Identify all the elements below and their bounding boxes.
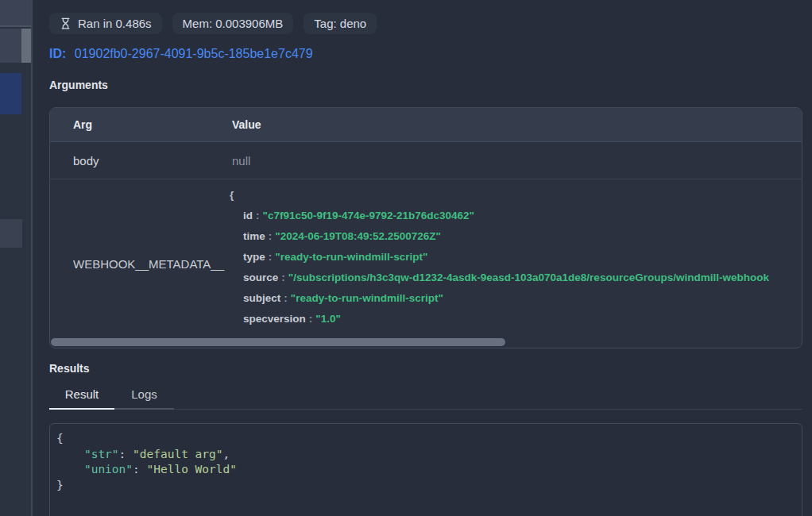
arguments-heading: Arguments — [49, 79, 802, 91]
job-id-label: ID: — [49, 47, 66, 60]
sidebar — [0, 0, 33, 516]
result-line-str — [56, 448, 84, 460]
table-horizontal-scrollbar-thumb[interactable] — [51, 338, 505, 346]
sidebar-item-lower[interactable] — [0, 219, 22, 248]
result-json: { "str": "default arg", "union": "Hello … — [50, 424, 802, 493]
arg-column-header: Arg — [50, 118, 209, 131]
results-tabs: Result Logs — [49, 387, 802, 410]
value-column-header: Value — [209, 118, 802, 131]
json-entry-source: source:"/subscriptions/h3c3qw-d1232-4asd… — [230, 268, 802, 288]
hourglass-icon — [60, 17, 72, 29]
memory-badge-label: Mem: 0.003906MB — [183, 17, 284, 30]
runtime-badge-label: Ran in 0.486s — [78, 17, 152, 30]
json-entry-specversion: specversion:"1.0" — [230, 309, 802, 329]
json-entry-time: time:"2024-06-19T08:49:52.2500726Z" — [230, 226, 802, 247]
table-row: WEBHOOK__METADATA__ { id:"c7f91c50-9f19-… — [50, 179, 802, 348]
arguments-table: Arg Value body null WEBHOOK__METADATA__ … — [49, 107, 802, 348]
json-open-brace: { — [230, 185, 802, 206]
webhook-metadata-object-viewer: { id:"c7f91c50-9f19-474e-9792-21b76dc304… — [209, 179, 802, 348]
arg-value-body: null — [209, 154, 802, 168]
run-detail-panel: Ran in 0.486s Mem: 0.003906MB Tag: deno … — [33, 0, 812, 516]
sidebar-item-selected[interactable] — [0, 73, 21, 114]
arguments-table-header: Arg Value — [50, 108, 802, 142]
sidebar-scrollbar-thumb[interactable] — [21, 29, 31, 63]
result-line-union — [56, 463, 84, 476]
arg-name-webhook-metadata: WEBHOOK__METADATA__ — [50, 257, 209, 271]
job-id-link[interactable]: 01902fb0-2967-4091-9b5c-185be1e7c479 — [75, 47, 313, 60]
arg-name-body: body — [50, 154, 209, 168]
tag-badge: Tag: deno — [304, 13, 377, 34]
json-entry-id: id:"c7f91c50-9f19-474e-9792-21b76dc30462… — [230, 206, 802, 226]
tab-logs[interactable]: Logs — [114, 387, 174, 410]
memory-badge: Mem: 0.003906MB — [172, 13, 294, 34]
result-code-block: { "str": "default arg", "union": "Hello … — [49, 423, 802, 516]
tag-badge-label: Tag: deno — [314, 17, 366, 30]
json-entry-type: type:"ready-to-run-windmill-script" — [230, 247, 802, 268]
job-id-line: ID: 01902fb0-2967-4091-9b5c-185be1e7c479 — [49, 47, 802, 61]
results-heading: Results — [49, 362, 802, 375]
tab-result[interactable]: Result — [49, 387, 114, 410]
table-row: body null — [50, 142, 802, 179]
json-entry-subject: subject:"ready-to-run-windmill-script" — [230, 288, 802, 309]
runtime-badge: Ran in 0.486s — [49, 13, 162, 34]
sidebar-item-second[interactable] — [0, 29, 21, 63]
run-badges: Ran in 0.486s Mem: 0.003906MB Tag: deno — [49, 0, 802, 34]
sidebar-item-top[interactable] — [0, 0, 31, 27]
